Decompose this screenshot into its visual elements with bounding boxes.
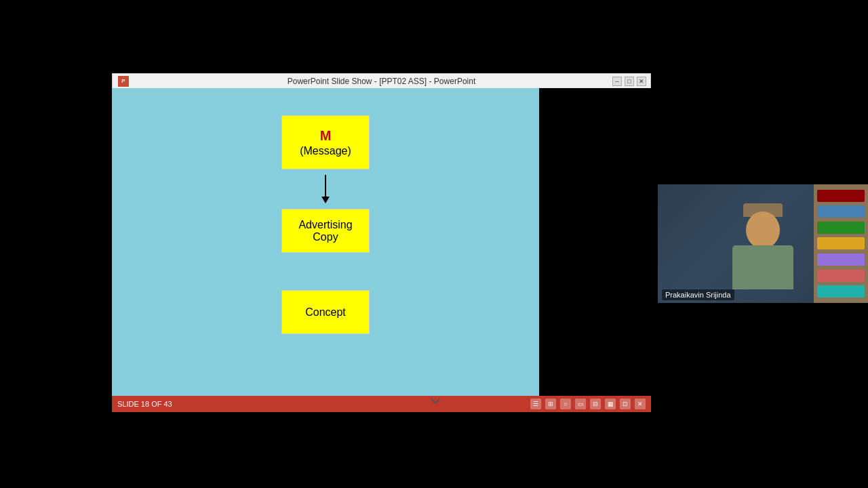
body xyxy=(732,245,793,289)
message-box-content: M (Message) xyxy=(300,127,351,159)
book-6 xyxy=(817,270,865,282)
presenter-figure xyxy=(732,211,793,289)
powerpoint-icon: P xyxy=(118,76,129,87)
notes-icon[interactable]: ☰ xyxy=(530,399,541,409)
presenter-name: Prakaikavin Srijinda xyxy=(662,289,734,300)
message-text: (Message) xyxy=(300,144,351,159)
titlebar-title: PowerPoint Slide Show - [PPT02 ASS] - Po… xyxy=(288,77,475,86)
slideshow-icon[interactable]: ▦ xyxy=(605,399,616,409)
concept-box: Concept xyxy=(281,290,370,334)
titlebar-controls[interactable]: – □ ✕ xyxy=(612,77,646,86)
webcam-content: Prakaikavin Srijinda xyxy=(658,184,868,303)
restore-button[interactable]: □ xyxy=(625,77,634,86)
settings-icon[interactable]: ✕ xyxy=(635,399,646,409)
minimize-button[interactable]: – xyxy=(612,77,622,86)
book-4 xyxy=(817,237,865,249)
message-box: M (Message) xyxy=(281,115,370,169)
reading-icon[interactable]: ○ xyxy=(560,399,571,409)
status-bar: SLIDE 18 OF 43 ☰ ⊞ ○ ▭ ⊟ ▦ ⊡ ✕ xyxy=(112,396,651,412)
advertising-copy-box: Advertising Copy xyxy=(281,209,370,253)
book-2 xyxy=(817,205,865,218)
titlebar: P PowerPoint Slide Show - [PPT02 ASS] - … xyxy=(112,73,651,88)
book-3 xyxy=(817,222,865,234)
arrow-down xyxy=(321,175,330,203)
status-icons: ☰ ⊞ ○ ▭ ⊟ ▦ ⊡ ✕ xyxy=(530,399,646,409)
bookshelf-background xyxy=(814,184,868,303)
black-left-bar xyxy=(0,73,112,412)
book-5 xyxy=(817,253,865,266)
black-bottom-bar xyxy=(0,412,868,488)
advertising-copy-text: Advertising Copy xyxy=(289,219,362,243)
slide-area: M (Message) Advertising Copy Concept xyxy=(112,88,539,400)
normal-view-icon[interactable]: ▭ xyxy=(575,399,586,409)
head xyxy=(746,211,780,249)
slide-info: SLIDE 18 OF 43 xyxy=(117,400,530,408)
slide-sorter-icon[interactable]: ⊞ xyxy=(545,399,556,409)
arrow-head xyxy=(321,197,330,203)
arrow-line xyxy=(325,175,326,197)
book-1 xyxy=(817,190,865,202)
message-letter: M xyxy=(320,127,332,144)
black-top-bar xyxy=(0,0,868,73)
presenter-icon[interactable]: ⊡ xyxy=(620,399,631,409)
webcam-overlay: Prakaikavin Srijinda xyxy=(658,184,868,303)
close-button[interactable]: ✕ xyxy=(637,77,646,86)
outline-icon[interactable]: ⊟ xyxy=(590,399,601,409)
book-7 xyxy=(817,285,865,298)
concept-text: Concept xyxy=(305,306,346,319)
